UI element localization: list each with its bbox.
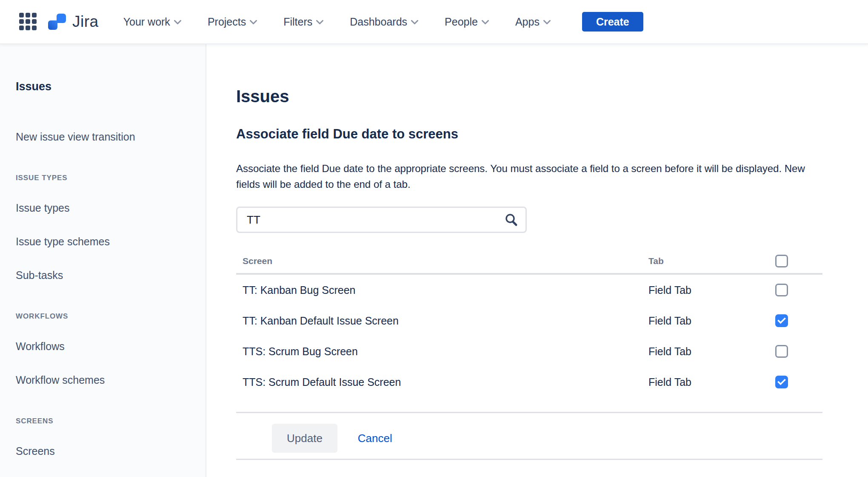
sidebar-item-workflows[interactable]: Workflows [16, 340, 197, 353]
chevron-down-icon [174, 20, 181, 25]
row-screen-name: TTS: Scrum Bug Screen [243, 345, 648, 358]
row-screen-name: TT: Kanban Default Issue Screen [243, 315, 648, 327]
sidebar-item-screens[interactable]: Screens [16, 445, 197, 457]
nav-item-dashboards[interactable]: Dashboards [350, 16, 418, 28]
chevron-down-icon [250, 20, 257, 25]
chevron-down-icon [543, 20, 551, 25]
nav-item-label: Dashboards [350, 16, 407, 28]
nav-item-your-work[interactable]: Your work [123, 16, 181, 28]
nav-item-label: Projects [208, 16, 246, 28]
nav-item-apps[interactable]: Apps [515, 16, 551, 28]
row-checkbox[interactable] [775, 376, 788, 388]
row-tab-name: Field Tab [648, 315, 775, 327]
sidebar-item-issue-types[interactable]: Issue types [16, 202, 197, 214]
form-actions: Update Cancel [236, 413, 842, 459]
page-title: Issues [236, 87, 842, 106]
nav-item-label: Your work [123, 16, 170, 28]
section-heading: Associate field Due date to screens [236, 126, 842, 142]
row-tab-name: Field Tab [648, 345, 775, 358]
jira-logo-text: Jira [72, 13, 99, 31]
column-header-tab: Tab [648, 256, 775, 266]
screen-filter-input[interactable] [246, 213, 504, 227]
select-all-checkbox[interactable] [775, 255, 788, 267]
nav-item-filters[interactable]: Filters [283, 16, 323, 28]
jira-logo-mark-icon [47, 11, 67, 32]
sidebar-section-label-issue-types: ISSUE TYPES [16, 174, 197, 182]
table-row: TT: Kanban Bug Screen Field Tab [236, 275, 822, 305]
grid-icon [19, 13, 37, 31]
cancel-link[interactable]: Cancel [358, 432, 392, 445]
chevron-down-icon [411, 20, 418, 25]
description-text: Associate the field Due date to the appr… [236, 161, 818, 192]
jira-logo[interactable]: Jira [47, 11, 99, 32]
table-header-row: Screen Tab [236, 249, 822, 275]
nav-item-people[interactable]: People [445, 16, 489, 28]
search-icon[interactable] [504, 213, 518, 227]
update-button[interactable]: Update [272, 424, 337, 453]
sidebar-section-label-workflows: WORKFLOWS [16, 312, 197, 321]
sidebar-item-workflow-schemes[interactable]: Workflow schemes [16, 374, 197, 386]
table-row: TTS: Scrum Default Issue Screen Field Ta… [236, 367, 822, 397]
top-nav: Jira Your work Projects Filters Dashboar… [0, 0, 868, 44]
sidebar-item-issue-type-schemes[interactable]: Issue type schemes [16, 236, 197, 248]
table-row: TT: Kanban Default Issue Screen Field Ta… [236, 305, 822, 336]
row-tab-name: Field Tab [648, 284, 775, 296]
nav-item-label: Apps [515, 16, 540, 28]
column-header-screen: Screen [243, 256, 648, 266]
sidebar-item-sub-tasks[interactable]: Sub-tasks [16, 269, 197, 282]
screens-table: Screen Tab TT: Kanban Bug Screen Field T… [236, 249, 822, 397]
row-screen-name: TTS: Scrum Default Issue Screen [243, 376, 648, 388]
nav-item-label: Filters [283, 16, 312, 28]
chevron-down-icon [316, 20, 323, 25]
row-checkbox[interactable] [775, 314, 788, 327]
sidebar: Issues New issue view transition ISSUE T… [0, 44, 206, 477]
row-checkbox[interactable] [775, 284, 788, 296]
create-button[interactable]: Create [582, 12, 643, 32]
app-switcher-icon[interactable] [19, 12, 37, 31]
sidebar-title: Issues [16, 80, 197, 93]
nav-item-projects[interactable]: Projects [208, 16, 257, 28]
nav-item-label: People [445, 16, 478, 28]
sidebar-section-label-screens: SCREENS [16, 417, 197, 425]
sidebar-item-new-issue-view-transition[interactable]: New issue view transition [16, 131, 197, 143]
screen-filter-field [236, 207, 527, 233]
main-content: Issues Associate field Due date to scree… [206, 44, 868, 477]
row-tab-name: Field Tab [648, 376, 775, 388]
nav-menu: Your work Projects Filters Dashboards Pe… [123, 16, 577, 28]
chevron-down-icon [482, 20, 489, 25]
row-checkbox[interactable] [775, 345, 788, 358]
table-row: TTS: Scrum Bug Screen Field Tab [236, 336, 822, 367]
row-screen-name: TT: Kanban Bug Screen [243, 284, 648, 296]
footer-bottom-divider [236, 459, 822, 460]
